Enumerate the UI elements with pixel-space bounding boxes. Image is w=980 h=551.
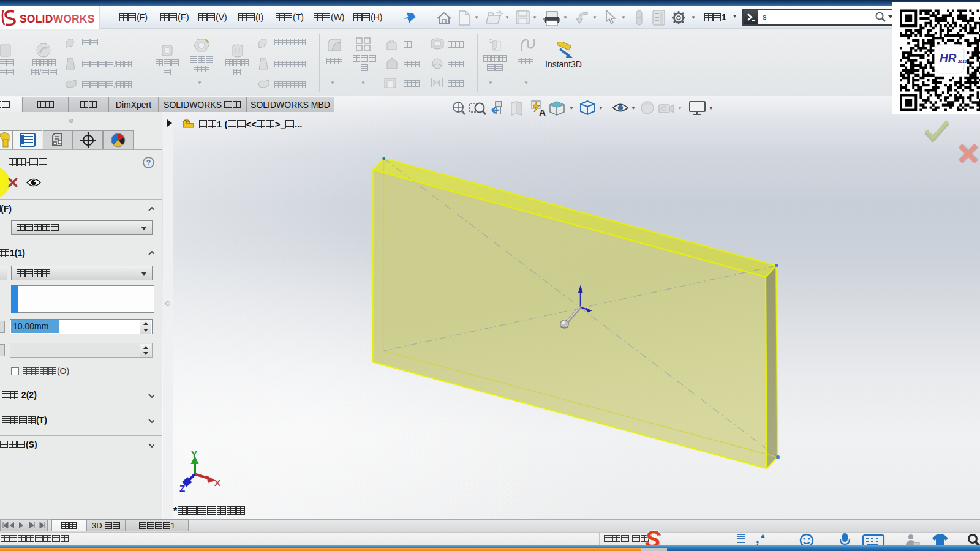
svg-text:Y: Y [191, 449, 197, 459]
svg-text:Z: Z [179, 483, 185, 493]
svg-text:X: X [214, 478, 221, 488]
svg-text:2016: 2016 [957, 59, 967, 64]
svg-text:HR: HR [940, 51, 957, 64]
svg-text:?: ? [146, 159, 151, 167]
svg-text:A: A [539, 107, 546, 117]
